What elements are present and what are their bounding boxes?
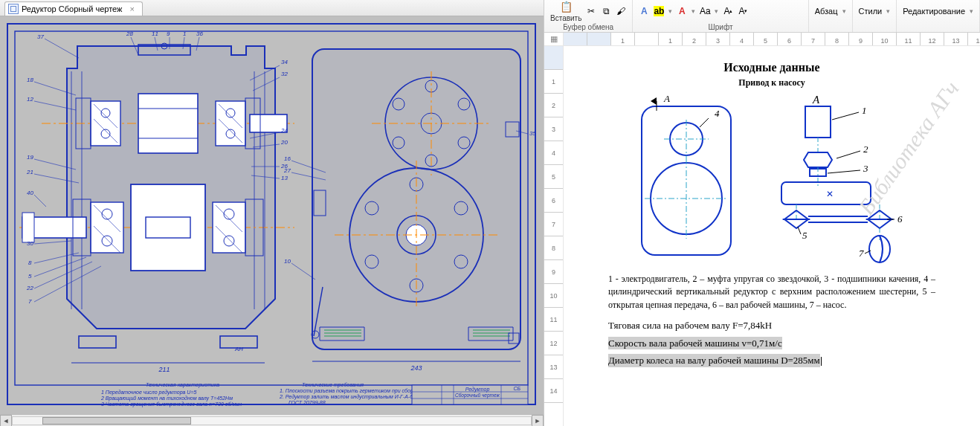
svg-text:32: 32 — [281, 71, 288, 77]
ribbon-group-font: A ab ▾ A ▾ Aa ▾ A▴ A▾ Шрифт — [633, 0, 808, 32]
tab-close-icon[interactable]: × — [129, 4, 134, 13]
ribbon-label-clipboard: Буфер обмена — [550, 23, 626, 31]
svg-text:1: 1 — [183, 30, 186, 37]
svg-text:2. Редуктор залить маслом инду: 2. Редуктор залить маслом индустриальным… — [279, 394, 416, 400]
scroll-right-icon[interactable]: ► — [532, 415, 544, 427]
grow-font-icon[interactable]: A▴ — [723, 6, 733, 16]
scroll-left-icon[interactable]: ◄ — [0, 415, 12, 427]
shrink-font-icon[interactable]: A▾ — [738, 6, 748, 16]
cad-tab-bar: Редуктор Сборный чертеж × — [0, 0, 544, 16]
svg-text:35: 35 — [529, 130, 536, 137]
schematic-right-svg: A ✕ — [768, 94, 909, 265]
font-style-icon[interactable]: A — [639, 6, 649, 16]
svg-text:22: 22 — [26, 285, 33, 291]
svg-text:243: 243 — [410, 364, 422, 372]
editing-label-top[interactable]: Редактирование — [903, 7, 965, 16]
word-editor-pane: 📋 Вставить ✂ ⧉ 🖌 Буфер обмена A ab ▾ A ▾… — [544, 0, 980, 426]
svg-text:24: 24 — [280, 127, 288, 134]
svg-rect-42 — [79, 336, 116, 348]
scroll-track[interactable] — [12, 416, 532, 425]
svg-rect-10 — [216, 101, 245, 146]
svg-rect-39 — [22, 213, 34, 242]
scroll-thumb[interactable] — [42, 417, 191, 425]
svg-text:2 Вращающий момент на тихоходн: 2 Вращающий момент на тихоходном валу T=… — [100, 396, 233, 401]
svg-text:4: 4 — [715, 108, 720, 119]
doc-title: Исходные данные — [608, 61, 935, 74]
param-force: Тяговая сила на рабочем валу F=7,84kH — [608, 319, 935, 332]
font-color-icon[interactable]: A — [677, 6, 687, 16]
cut-icon[interactable]: ✂ — [586, 6, 596, 16]
svg-rect-26 — [91, 202, 123, 253]
svg-marker-174 — [868, 219, 892, 228]
paragraph-label-top[interactable]: Абзац — [815, 7, 838, 16]
cad-viewer-pane: Редуктор Сборный чертеж × — [0, 0, 544, 426]
svg-text:✕: ✕ — [826, 189, 834, 199]
dropdown-icon[interactable]: ▾ — [970, 7, 973, 15]
highlight-icon[interactable]: ab — [654, 6, 664, 16]
ribbon-label-font: Шрифт — [639, 23, 802, 31]
param-diameter: Диаметр колеса на валу рабочей машины D=… — [608, 354, 820, 367]
dropdown-icon[interactable]: ▾ — [668, 7, 672, 15]
legend-text: 1 - электродвигатель, 2 – муфта упругая … — [608, 273, 935, 312]
drawing-file-icon — [8, 4, 19, 14]
svg-text:37: 37 — [37, 33, 44, 40]
paste-button[interactable]: 📋 Вставить — [550, 0, 581, 22]
svg-text:A: A — [812, 94, 820, 106]
svg-text:16: 16 — [284, 155, 291, 162]
svg-rect-19 — [138, 94, 198, 153]
svg-marker-159 — [651, 97, 657, 105]
dropdown-icon[interactable]: ▾ — [842, 7, 846, 15]
document-page[interactable]: Библиотека АГч Исходные данные Привод к … — [564, 46, 980, 426]
svg-text:13: 13 — [281, 175, 288, 181]
svg-line-183 — [836, 151, 860, 158]
cad-hscrollbar[interactable]: ◄ ► — [0, 414, 544, 426]
svg-rect-27 — [213, 202, 245, 253]
svg-text:8: 8 — [28, 259, 32, 266]
svg-text:1 Передаточное число редуктора: 1 Передаточное число редуктора U=5 — [101, 390, 197, 396]
svg-text:3 Частота вращения быстроходно: 3 Частота вращения быстроходного вала n=… — [101, 401, 242, 407]
svg-point-152 — [670, 123, 703, 155]
svg-line-181 — [832, 112, 859, 120]
svg-text:7: 7 — [859, 248, 864, 259]
svg-line-67 — [34, 195, 46, 207]
change-case-icon[interactable]: Aa — [700, 6, 710, 16]
text-cursor — [821, 357, 822, 366]
assembly-drawing-svg: 211 АН 37 28 11 9 1 36 18 12 19 21 40 30 — [4, 21, 538, 407]
schematic-figure: А 4 A — [608, 94, 935, 265]
doc-subtitle: Привод к насосу — [608, 77, 935, 88]
svg-text:АН: АН — [234, 346, 243, 352]
svg-text:9: 9 — [167, 30, 170, 37]
svg-text:18: 18 — [27, 77, 33, 83]
svg-text:27: 27 — [283, 167, 291, 174]
svg-text:2: 2 — [863, 143, 868, 155]
svg-text:6: 6 — [897, 213, 903, 225]
cad-drawing-sheet: 211 АН 37 28 11 9 1 36 18 12 19 21 40 30 — [4, 21, 538, 407]
copy-icon[interactable]: ⧉ — [601, 6, 611, 16]
vertical-ruler[interactable]: 1234567891011121314 — [544, 46, 564, 426]
styles-label-top[interactable]: Стили — [859, 7, 883, 16]
cad-drawing-area[interactable]: 211 АН 37 28 11 9 1 36 18 12 19 21 40 30 — [0, 16, 544, 414]
dropdown-icon[interactable]: ▾ — [692, 7, 695, 15]
cad-tab-title: Редуктор Сборный чертеж — [22, 4, 122, 13]
svg-text:Сборочный чертеж: Сборочный чертеж — [455, 393, 500, 398]
cad-document-tab[interactable]: Редуктор Сборный чертеж × — [4, 1, 143, 16]
document-viewport: 1234567891011121314 Библиотека АГч Исход… — [544, 46, 980, 426]
dropdown-icon[interactable]: ▾ — [715, 7, 718, 15]
svg-text:7: 7 — [28, 298, 32, 305]
horizontal-ruler[interactable]: 11234567891011121314151617 — [564, 33, 980, 45]
svg-rect-37 — [146, 217, 190, 238]
svg-text:Редуктор: Редуктор — [465, 387, 490, 393]
svg-text:3: 3 — [863, 163, 868, 174]
svg-marker-172 — [784, 219, 808, 228]
svg-line-187 — [798, 227, 801, 234]
svg-text:ГОСТ 20799-88: ГОСТ 20799-88 — [288, 400, 326, 405]
format-painter-icon[interactable]: 🖌 — [616, 6, 626, 16]
dropdown-icon[interactable]: ▾ — [886, 7, 890, 15]
svg-rect-164 — [805, 106, 831, 138]
ruler-corner-icon[interactable]: ▦ — [544, 33, 564, 45]
svg-text:1: 1 — [862, 105, 867, 116]
svg-text:12: 12 — [27, 96, 33, 103]
svg-text:10: 10 — [284, 258, 291, 265]
svg-text:28: 28 — [126, 30, 133, 37]
svg-text:40: 40 — [27, 190, 33, 196]
